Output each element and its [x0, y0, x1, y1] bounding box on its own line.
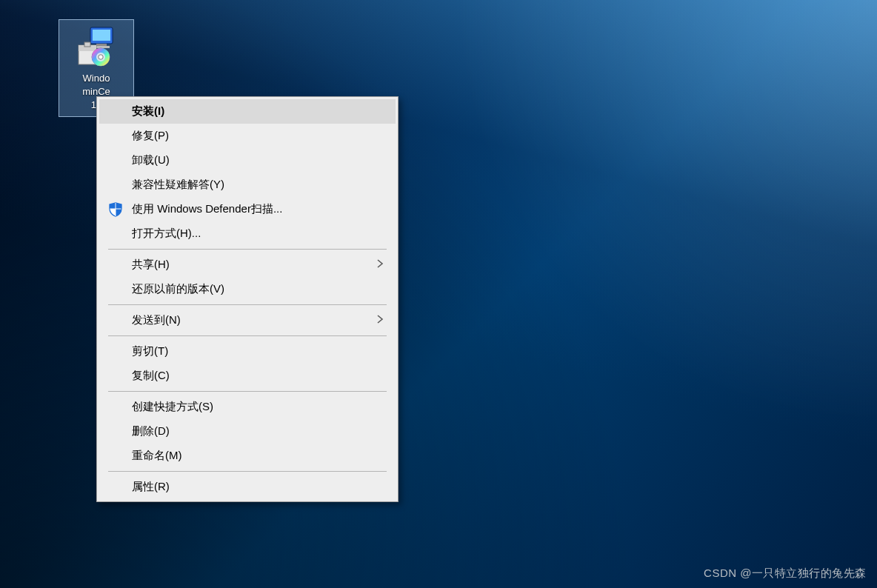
- menu-separator: [108, 335, 387, 336]
- context-menu-item-label: 复制(C): [132, 369, 384, 383]
- shield-icon: [99, 202, 132, 217]
- context-menu-item-label: 使用 Windows Defender扫描...: [132, 202, 384, 216]
- chevron-right-icon: [376, 258, 384, 271]
- context-menu-item-label: 删除(D): [132, 424, 384, 438]
- context-menu-item-label: 属性(R): [132, 480, 384, 494]
- menu-separator: [108, 391, 387, 392]
- context-menu-item-label: 安装(I): [132, 104, 384, 118]
- context-menu-item[interactable]: 安装(I): [99, 99, 396, 124]
- context-menu-item-label: 打开方式(H)...: [132, 227, 384, 241]
- context-menu-item[interactable]: 重命名(M): [99, 444, 396, 468]
- context-menu-item-label: 兼容性疑难解答(Y): [132, 178, 384, 192]
- context-menu-item-label: 剪切(T): [132, 344, 384, 358]
- context-menu-item[interactable]: 删除(D): [99, 419, 396, 444]
- context-menu-item[interactable]: 修复(P): [99, 124, 396, 148]
- context-menu-item[interactable]: 卸载(U): [99, 148, 396, 173]
- svg-point-9: [99, 55, 103, 59]
- context-menu: 安装(I)修复(P)卸载(U)兼容性疑难解答(Y)使用 Windows Defe…: [96, 96, 399, 502]
- context-menu-item-label: 卸载(U): [132, 153, 384, 167]
- context-menu-item[interactable]: 共享(H): [99, 253, 396, 277]
- menu-separator: [108, 471, 387, 472]
- context-menu-item[interactable]: 使用 Windows Defender扫描...: [99, 197, 396, 221]
- menu-separator: [108, 304, 387, 305]
- context-menu-item-label: 创建快捷方式(S): [132, 400, 384, 414]
- svg-rect-2: [96, 44, 107, 46]
- context-menu-item-label: 发送到(N): [132, 313, 376, 327]
- context-menu-item[interactable]: 复制(C): [99, 364, 396, 388]
- chevron-right-icon: [376, 314, 384, 327]
- context-menu-item[interactable]: 属性(R): [99, 475, 396, 499]
- context-menu-item[interactable]: 创建快捷方式(S): [99, 395, 396, 419]
- menu-separator: [108, 249, 387, 250]
- svg-rect-1: [93, 30, 110, 41]
- context-menu-item[interactable]: 兼容性疑难解答(Y): [99, 173, 396, 197]
- context-menu-item-label: 修复(P): [132, 129, 384, 143]
- context-menu-item[interactable]: 还原以前的版本(V): [99, 277, 396, 301]
- context-menu-item[interactable]: 发送到(N): [99, 308, 396, 333]
- context-menu-item[interactable]: 打开方式(H)...: [99, 221, 396, 246]
- msi-installer-icon: [76, 26, 117, 67]
- context-menu-item[interactable]: 剪切(T): [99, 339, 396, 364]
- svg-rect-6: [84, 42, 90, 47]
- context-menu-item-label: 共享(H): [132, 258, 376, 272]
- context-menu-item-label: 重命名(M): [132, 449, 384, 463]
- watermark-text: CSDN @一只特立独行的兔先森: [704, 567, 867, 581]
- context-menu-item-label: 还原以前的版本(V): [132, 282, 384, 296]
